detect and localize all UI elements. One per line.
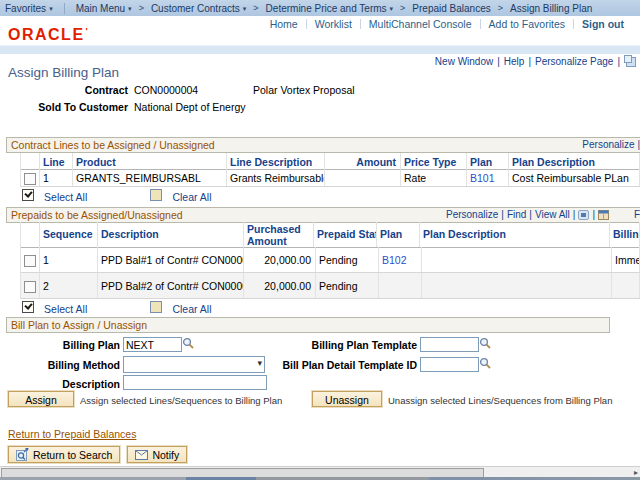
divider: | (529, 208, 532, 222)
billing-method-cell: Immediate (612, 247, 640, 272)
clear-all-link[interactable]: Clear All (172, 191, 211, 203)
add-to-favorites-link[interactable]: Add to Favorites (481, 18, 573, 30)
prepaids-title: Prepaids to be Assigned/Unassigned (11, 209, 183, 221)
row-checkbox-cell (21, 247, 40, 272)
plan-cell (379, 273, 422, 298)
sign-out-link[interactable]: Sign out (574, 18, 632, 30)
billing-method-label: Billing Method (8, 359, 120, 371)
main-menu[interactable]: Main Menu ▾ (71, 3, 137, 14)
prepaid-row: 2 PPD Bal#2 of Contr# CON0000004 20,000.… (20, 273, 640, 299)
breadcrumb-label: Assign Billing Plan (510, 3, 592, 14)
select-all-link[interactable]: Select All (44, 303, 87, 315)
description-cell: PPD Bal#2 of Contr# CON0000004 (98, 273, 244, 298)
billing-method-cell (612, 273, 640, 298)
worklist-link[interactable]: Worklist (307, 18, 360, 30)
personalize-link[interactable]: Personalize (446, 208, 498, 222)
column-header-plan: Plan (377, 222, 420, 247)
divider: | (617, 56, 620, 67)
billing-plan-template-lookup-icon[interactable] (479, 337, 492, 350)
download-grid-icon[interactable] (598, 210, 609, 220)
home-link[interactable]: Home (262, 18, 306, 30)
new-window-link[interactable]: New Window (435, 56, 493, 67)
divider: | (497, 56, 500, 67)
column-header-description: Description (98, 222, 244, 247)
prepaid-status-cell: Pending (316, 273, 379, 298)
contract-value: CON0000004 (134, 84, 198, 96)
row-checkbox[interactable] (24, 281, 36, 293)
bill-plan-title: Bill Plan to Assign / Unassign (11, 319, 147, 331)
oracle-logo: ORACLE' (8, 26, 89, 44)
multichannel-console-link[interactable]: MultiChannel Console (361, 18, 480, 30)
select-all-checkbox[interactable] (22, 301, 34, 313)
divider: | (592, 208, 595, 222)
return-to-search-button[interactable]: Return to Search (8, 446, 120, 463)
purchased-amount-cell: 20,000.00 (244, 273, 316, 298)
price-type-cell: Rate (401, 169, 467, 186)
help-link[interactable]: Help (504, 56, 525, 67)
view-all-link[interactable]: View All (535, 208, 570, 222)
unassign-caption: Unassign selected Lines/Sequences from B… (388, 395, 612, 406)
plan-cell: B102 (379, 247, 422, 272)
breadcrumb-customer-contracts[interactable]: Customer Contracts ▾ (146, 3, 251, 14)
new-window-icon[interactable] (624, 55, 636, 67)
row-checkbox[interactable] (24, 255, 36, 267)
prepaid-status-cell: Pending (316, 247, 379, 272)
topbar-divider (64, 3, 65, 14)
contract-lines-title: Contract Lines to be Assigned / Unassign… (11, 139, 215, 151)
find-link[interactable]: Find (507, 208, 526, 222)
zoom-grid-icon[interactable] (578, 210, 589, 220)
breadcrumb-separator: > (139, 3, 144, 13)
notify-button[interactable]: Notify (127, 446, 187, 463)
unassign-button[interactable]: Unassign (312, 391, 382, 407)
bill-plan-detail-lookup-icon[interactable] (479, 357, 492, 370)
first-link-partial[interactable]: F (634, 208, 640, 222)
header-accent-band (0, 45, 640, 54)
sold-to-customer-label: Sold To Customer (8, 101, 128, 113)
prepaids-header-row: Sequence Description Purchased Amount Pr… (20, 222, 640, 248)
breadcrumb-prepaid-balances[interactable]: Prepaid Balances (407, 3, 495, 14)
select-all-link[interactable]: Select All (44, 191, 87, 203)
billing-plan-template-input[interactable] (420, 337, 479, 352)
breadcrumb-separator: > (400, 3, 405, 13)
prepaids-select-controls: Select All Clear All (22, 301, 212, 314)
contract-lines-header-links: Personalize | (582, 138, 640, 152)
clear-all-checkbox[interactable] (150, 189, 162, 201)
chevron-down-icon: ▾ (257, 358, 262, 368)
column-header-price-type: Price Type (401, 153, 467, 169)
clear-all-link[interactable]: Clear All (172, 303, 211, 315)
plan-link[interactable]: B101 (470, 172, 495, 184)
checkbox-column-header (21, 222, 40, 247)
plan-link[interactable]: B102 (382, 254, 407, 266)
breadcrumb-determine-price-terms[interactable]: Determine Price and Terms ▾ (261, 3, 399, 14)
select-all-checkbox[interactable] (22, 189, 34, 201)
column-header-plan-description: Plan Description (509, 153, 640, 169)
breadcrumb-bar: Favorites ▾ Main Menu ▾ > Customer Contr… (0, 0, 640, 16)
billing-plan-input[interactable] (123, 337, 182, 352)
chevron-down-icon: ▾ (243, 5, 247, 12)
bill-plan-section-header: Bill Plan to Assign / Unassign (6, 317, 610, 333)
favorites-menu[interactable]: Favorites ▾ (0, 3, 58, 14)
notify-label: Notify (152, 449, 179, 461)
contract-label: Contract (8, 84, 128, 96)
row-checkbox-cell (21, 169, 40, 186)
billing-method-dropdown[interactable]: ▾ (123, 356, 265, 373)
breadcrumb-assign-billing-plan: Assign Billing Plan (505, 3, 597, 14)
personalize-link[interactable]: Personalize (582, 139, 634, 150)
favorites-label: Favorites (5, 3, 46, 14)
row-checkbox[interactable] (24, 173, 36, 185)
assign-button[interactable]: Assign (8, 391, 74, 407)
divider: | (501, 208, 504, 222)
assign-billing-plan-page: Favorites ▾ Main Menu ▾ > Customer Contr… (0, 0, 640, 480)
contract-description: Polar Vortex Proposal (253, 84, 355, 96)
return-to-prepaid-balances-link[interactable]: Return to Prepaid Balances (8, 428, 136, 440)
clear-all-checkbox[interactable] (150, 301, 162, 313)
description-label: Description (8, 378, 120, 390)
page-toolbar: Return to Search Notify (8, 446, 187, 463)
breadcrumb-separator: > (498, 3, 503, 13)
contract-lines-select-controls: Select All Clear All (22, 189, 212, 202)
contract-lines-section-header: Contract Lines to be Assigned / Unassign… (6, 137, 640, 153)
bill-plan-detail-template-input[interactable] (420, 357, 479, 372)
billing-plan-lookup-icon[interactable] (182, 337, 195, 350)
description-input[interactable] (123, 375, 267, 390)
personalize-page-link[interactable]: Personalize Page (535, 56, 613, 67)
